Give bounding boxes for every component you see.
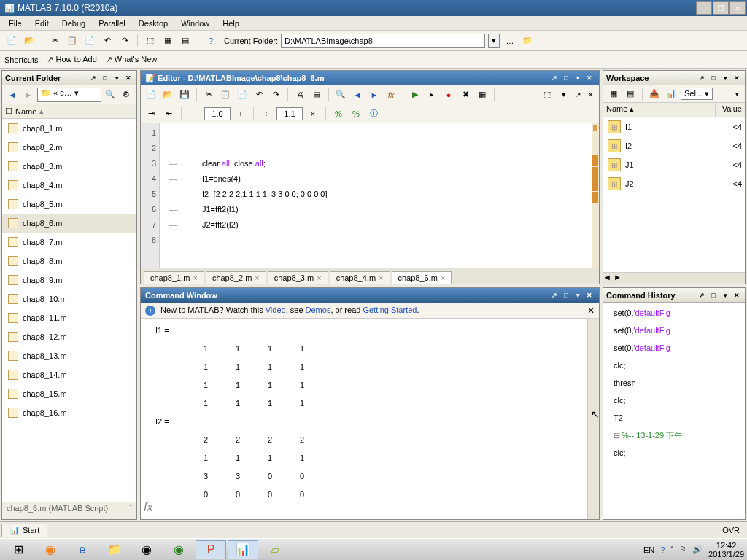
times-icon[interactable]: × (306, 106, 320, 121)
restore-button[interactable]: ❐ (713, 1, 729, 15)
browse-folder-button[interactable]: … (503, 34, 517, 48)
zoom-input-2[interactable] (276, 107, 303, 120)
panel-max-icon[interactable]: □ (561, 73, 571, 83)
file-list-header[interactable]: ☐ Name ▴ (2, 104, 136, 119)
tab-close-icon[interactable]: × (379, 273, 383, 282)
whats-new-link[interactable]: ↗ What's New (106, 55, 157, 64)
eval-cell-icon[interactable]: % (331, 106, 346, 121)
ie-icon[interactable]: e (67, 540, 98, 559)
info-icon[interactable]: ⓘ (366, 106, 381, 121)
redo-icon[interactable]: ↷ (117, 34, 132, 48)
file-item[interactable]: chap8_7.m (2, 233, 136, 252)
name-column[interactable]: Name ▴ (603, 103, 716, 117)
current-folder-input[interactable] (281, 34, 485, 48)
file-item[interactable]: chap8_12.m (2, 327, 136, 346)
file-item[interactable]: chap8_10.m (2, 289, 136, 308)
tab-close-icon[interactable]: × (193, 273, 197, 282)
scrollbar[interactable]: ◄ ► (603, 272, 745, 284)
dock-icon[interactable]: ↗ (549, 290, 560, 300)
print-preview-icon[interactable]: ▤ (309, 88, 324, 102)
minus-icon[interactable]: − (187, 106, 201, 121)
file-item[interactable]: chap8_11.m (2, 308, 136, 327)
dock-icon[interactable]: ↗ (88, 73, 98, 83)
panel-close-icon[interactable]: ✕ (732, 290, 742, 300)
import-icon[interactable]: 📥 (647, 87, 662, 101)
lang-indicator[interactable]: EN (643, 545, 654, 554)
chevron-icon[interactable]: ▾ (573, 290, 583, 300)
open-icon[interactable]: 📂 (22, 34, 36, 48)
file-item[interactable]: chap8_8.m (2, 252, 136, 271)
chevron-icon[interactable]: ▾ (720, 290, 730, 300)
breakpoint-icon[interactable]: ● (441, 88, 456, 102)
copy-icon[interactable]: 📋 (218, 88, 233, 102)
history-line[interactable]: clc; (606, 357, 742, 374)
guide-icon[interactable]: ▦ (160, 34, 175, 48)
editor-tab[interactable]: chap8_1.m × (144, 271, 204, 284)
find-icon[interactable]: 🔍 (333, 88, 348, 102)
undo-icon[interactable]: ↶ (100, 34, 115, 48)
chevron-icon[interactable]: ▾ (573, 73, 583, 83)
file-item[interactable]: chap8_9.m (2, 271, 136, 289)
inner-close-icon[interactable]: ✕ (586, 90, 596, 100)
chevron-icon[interactable]: ▾ (720, 73, 730, 83)
clear-bp-icon[interactable]: ✖ (458, 88, 473, 102)
menu-window[interactable]: Window (175, 18, 215, 29)
flag-icon[interactable]: ⚐ (679, 545, 686, 554)
cell-mode-icon[interactable]: ⬚ (540, 88, 554, 102)
up-folder-icon[interactable]: 📁 (520, 34, 535, 48)
panel-max-icon[interactable]: □ (561, 290, 571, 300)
app-icon[interactable]: ◉ (35, 540, 66, 559)
chrome-icon[interactable]: ◉ (131, 540, 162, 559)
search-icon[interactable]: 🔍 (103, 88, 117, 102)
panel-close-icon[interactable]: ✕ (584, 73, 595, 83)
explorer-icon[interactable]: 📁 (99, 540, 130, 559)
clock[interactable]: 12:42 2013/1/29 (708, 541, 744, 559)
indent-dec-icon[interactable]: ⇤ (161, 106, 176, 121)
new-icon[interactable]: 📄 (144, 88, 158, 102)
history-line[interactable]: ⊟%-- 13-1-29 下午 (606, 427, 742, 444)
menu-desktop[interactable]: Desktop (133, 18, 174, 29)
panel-max-icon[interactable]: □ (708, 290, 719, 300)
workspace-var-row[interactable]: J1<4 (603, 155, 745, 174)
history-line[interactable]: set(0,'defaultFig (606, 339, 742, 357)
nav-back-icon[interactable]: ◄ (350, 88, 365, 102)
history-body[interactable]: set(0,'defaultFigset(0,'defaultFigset(0,… (603, 303, 745, 519)
matlab-task-icon[interactable]: 📊 (228, 540, 258, 559)
forward-icon[interactable]: ► (21, 88, 36, 102)
windows-start-icon[interactable]: ⊞ (3, 540, 34, 559)
help-tray-icon[interactable]: ? (660, 545, 665, 554)
command-output[interactable]: fx I1 =1111111111111111I2 =2222111133000… (141, 319, 599, 519)
run-icon[interactable]: ▶ (408, 88, 422, 102)
panel-close-icon[interactable]: ✕ (123, 73, 133, 83)
powerpoint-icon[interactable]: P (196, 540, 226, 559)
file-item[interactable]: chap8_1.m (2, 119, 136, 138)
history-line[interactable]: set(0,'defaultFig (606, 304, 742, 322)
tab-close-icon[interactable]: × (317, 273, 321, 282)
indent-inc-icon[interactable]: ⇥ (144, 106, 158, 121)
cut-icon[interactable]: ✂ (47, 34, 62, 48)
stack-icon[interactable]: ▦ (475, 88, 489, 102)
history-line[interactable]: set(0,'defaultFig (606, 322, 742, 339)
nav-fwd-icon[interactable]: ► (367, 88, 382, 102)
save-icon[interactable]: 💾 (177, 88, 192, 102)
undock-icon[interactable]: ↗ (573, 90, 584, 100)
copy-icon[interactable]: 📋 (65, 34, 80, 48)
workspace-var-row[interactable]: I2<4 (603, 136, 745, 155)
close-info-icon[interactable]: ✕ (587, 306, 595, 316)
name-column[interactable]: Name (15, 107, 36, 116)
editor-tab[interactable]: chap8_4.m × (330, 271, 390, 284)
code-area[interactable]: —clear all; close all;—I1=ones(4)—I2=[2 … (160, 123, 592, 268)
dock-icon[interactable]: ↗ (697, 73, 707, 83)
video-link[interactable]: Video (266, 306, 286, 314)
close-button[interactable]: ✕ (729, 1, 746, 15)
undo-icon[interactable]: ↶ (252, 88, 266, 102)
chevron-icon[interactable]: ▾ (112, 73, 122, 83)
value-column[interactable]: Value (716, 103, 745, 117)
chevron-icon[interactable]: ▾ (732, 89, 742, 99)
menu-help[interactable]: Help (217, 18, 245, 29)
file-item[interactable]: chap8_15.m (2, 384, 136, 403)
scrollbar[interactable] (587, 319, 599, 519)
history-line[interactable]: clc; (606, 392, 742, 409)
divide-icon[interactable]: ÷ (259, 106, 274, 121)
panel-max-icon[interactable]: □ (708, 73, 719, 83)
